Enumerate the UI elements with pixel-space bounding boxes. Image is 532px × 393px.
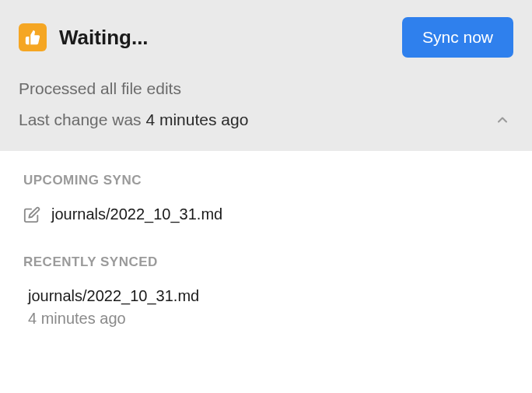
last-change-prefix: Last change was — [19, 111, 145, 128]
last-change-time: 4 minutes ago — [145, 111, 248, 128]
recent-item: journals/2022_10_31.md 4 minutes ago — [28, 287, 513, 328]
upcoming-section-title: UPCOMING SYNC — [23, 173, 513, 188]
sync-body: UPCOMING SYNC journals/2022_10_31.md REC… — [0, 151, 532, 346]
sync-header: Waiting... Sync now Processed all file e… — [0, 0, 532, 151]
upcoming-item: journals/2022_10_31.md — [23, 205, 513, 223]
status-title: Waiting... — [59, 26, 149, 50]
chevron-up-icon[interactable] — [492, 109, 513, 131]
recent-section-title: RECENTLY SYNCED — [23, 254, 513, 270]
header-top-row: Waiting... Sync now — [19, 17, 513, 58]
header-left: Waiting... — [19, 23, 149, 51]
thumbs-up-icon — [19, 23, 47, 51]
processed-status: Processed all file edits — [19, 79, 513, 98]
last-change-text: Last change was 4 minutes ago — [19, 111, 248, 129]
recent-time: 4 minutes ago — [28, 310, 513, 328]
sync-now-button[interactable]: Sync now — [402, 17, 513, 58]
edit-icon — [23, 206, 40, 223]
last-change-row: Last change was 4 minutes ago — [19, 109, 513, 131]
upcoming-file-path: journals/2022_10_31.md — [51, 205, 222, 223]
recent-file-path: journals/2022_10_31.md — [28, 287, 513, 305]
